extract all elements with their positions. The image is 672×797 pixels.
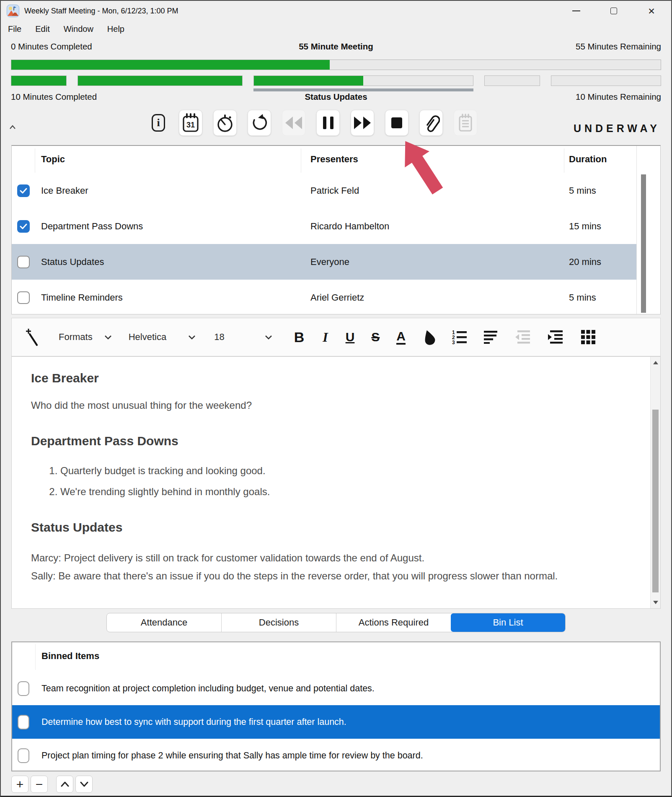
transport-toolbar: i 31 <box>1 109 625 137</box>
notes-button[interactable] <box>454 110 477 136</box>
topic-checkbox-checked[interactable] <box>17 184 30 197</box>
font-size-dropdown[interactable]: 18 <box>214 332 224 343</box>
overall-progress-labels: 0 Minutes Completed 55 Minute Meeting 55… <box>11 40 661 53</box>
font-family-dropdown[interactable]: Helvetica <box>129 332 166 343</box>
topic-cell: Status Updates <box>41 257 104 267</box>
segment-status-updates-current <box>253 75 473 86</box>
reset-button[interactable] <box>248 110 271 136</box>
menu-bar: File Edit Window Help <box>1 21 671 37</box>
minimize-button[interactable] <box>571 5 582 16</box>
tab-attendance[interactable]: Attendance <box>107 613 221 632</box>
underline-button[interactable]: U <box>346 330 355 344</box>
editor-heading: Status Updates <box>31 520 620 535</box>
overall-progress-bar <box>11 60 661 70</box>
bin-item-row[interactable]: Team recognition at project completion i… <box>12 672 660 705</box>
checkmark-icon <box>20 188 27 194</box>
minutes-completed-label: 0 Minutes Completed <box>11 42 92 52</box>
checkmark-icon <box>20 223 27 229</box>
bin-item-row-selected[interactable]: Determine how best to sync with support … <box>12 705 660 739</box>
timer-icon <box>216 113 234 132</box>
info-button[interactable]: i <box>149 110 168 136</box>
meeting-notes-editor[interactable]: Ice Breaker Who did the most unusual thi… <box>11 356 661 609</box>
scroll-up-button[interactable] <box>651 357 660 369</box>
menu-file[interactable]: File <box>8 24 21 34</box>
bold-button[interactable]: B <box>294 329 305 345</box>
calendar-button[interactable]: 31 <box>179 110 202 136</box>
app-logo-icon <box>7 5 19 17</box>
maximize-button[interactable] <box>608 5 619 16</box>
text-color-button[interactable]: A <box>396 330 406 345</box>
duration-cell: 5 mins <box>569 292 596 303</box>
bin-item-checkbox-unchecked[interactable] <box>18 748 29 763</box>
agenda-scrollbar-thumb[interactable] <box>641 174 646 313</box>
segment-ice-breaker <box>11 75 67 86</box>
menu-help[interactable]: Help <box>107 24 124 34</box>
ink-eraser-icon[interactable] <box>422 329 436 345</box>
editor-paragraph: Marcy: Project delivery is still on trac… <box>31 549 620 585</box>
triangle-down-icon <box>653 601 658 604</box>
outdent-icon[interactable] <box>515 330 531 344</box>
table-grid-icon[interactable] <box>581 330 595 344</box>
tab-actions-required[interactable]: Actions Required <box>336 613 451 632</box>
plus-icon: + <box>16 777 24 792</box>
chevron-down-icon[interactable] <box>188 335 196 340</box>
attachment-button[interactable] <box>419 110 443 136</box>
presenter-cell: Ariel Gerrietz <box>310 292 364 303</box>
calendar-icon: 31 <box>182 113 199 132</box>
menu-window[interactable]: Window <box>64 24 93 34</box>
timer-button[interactable] <box>213 110 237 136</box>
topic-checkbox-unchecked[interactable] <box>17 256 30 268</box>
agenda-row-ice-breaker[interactable]: Ice Breaker Patrick Feld 5 mins <box>12 173 649 208</box>
stop-button[interactable] <box>385 110 408 136</box>
topic-checkbox-unchecked[interactable] <box>17 291 30 304</box>
tab-bin-list-active[interactable]: Bin List <box>451 613 565 632</box>
chevron-down-icon[interactable] <box>265 335 272 340</box>
editor-scrollbar[interactable] <box>650 357 660 608</box>
bin-item-text: Team recognition at project completion i… <box>41 683 651 694</box>
bin-item-checkbox-unchecked[interactable] <box>18 715 29 730</box>
remove-item-button[interactable]: − <box>31 776 48 793</box>
column-header-presenters: Presenters <box>310 154 358 165</box>
bin-list-panel: Binned Items Team recognition at project… <box>11 641 661 771</box>
strikethrough-button[interactable]: S <box>371 330 380 344</box>
agenda-scrollbar[interactable] <box>636 146 660 314</box>
topic-progress-labels: 10 Minutes Completed Status Updates 10 M… <box>11 91 661 103</box>
menu-edit[interactable]: Edit <box>35 24 49 34</box>
pause-button[interactable] <box>316 110 340 136</box>
agenda-row-department-pass-downs[interactable]: Department Pass Downs Ricardo Hambelton … <box>12 208 649 244</box>
fast-forward-icon <box>353 116 372 130</box>
minimize-icon <box>572 10 580 11</box>
fast-forward-button[interactable] <box>351 110 374 136</box>
numbered-list-icon[interactable]: 1 2 3 <box>452 330 467 345</box>
move-item-up-button[interactable] <box>56 776 73 793</box>
column-header-topic: Topic <box>41 154 65 165</box>
presenter-cell: Ricardo Hambelton <box>310 221 389 232</box>
bin-item-checkbox-unchecked[interactable] <box>18 681 29 696</box>
tab-decisions[interactable]: Decisions <box>221 613 336 632</box>
bin-item-row[interactable]: Project plan timing for phase 2 while en… <box>12 739 660 772</box>
agenda-row-status-updates-selected[interactable]: Status Updates Everyone 20 mins <box>12 244 649 280</box>
editor-scrollbar-thumb[interactable] <box>652 410 659 592</box>
indent-icon[interactable] <box>548 330 563 344</box>
stop-icon <box>391 117 402 128</box>
segment-last-topic <box>551 75 661 86</box>
rewind-button[interactable] <box>282 110 305 136</box>
triangle-up-icon <box>653 361 658 364</box>
current-topic-label: Status Updates <box>305 92 367 102</box>
align-left-icon[interactable] <box>484 331 498 344</box>
duration-cell: 5 mins <box>569 185 596 196</box>
column-header-duration: Duration <box>569 154 607 165</box>
chevron-down-icon[interactable] <box>104 335 112 340</box>
presenter-cell: Patrick Feld <box>310 185 359 196</box>
add-item-button[interactable]: + <box>11 776 28 793</box>
agenda-row-timeline-reminders[interactable]: Timeline Reminders Ariel Gerrietz 5 mins <box>12 280 649 315</box>
chevron-down-icon <box>80 781 88 787</box>
italic-button[interactable]: I <box>323 330 328 345</box>
magic-wand-icon[interactable] <box>24 328 41 346</box>
close-button[interactable]: ✕ <box>646 5 657 16</box>
move-item-down-button[interactable] <box>75 776 93 793</box>
scroll-down-button[interactable] <box>651 597 660 608</box>
topic-checkbox-checked[interactable] <box>17 220 30 233</box>
agenda-table-header: Topic Presenters Duration <box>12 146 660 173</box>
formats-dropdown[interactable]: Formats <box>59 332 93 343</box>
